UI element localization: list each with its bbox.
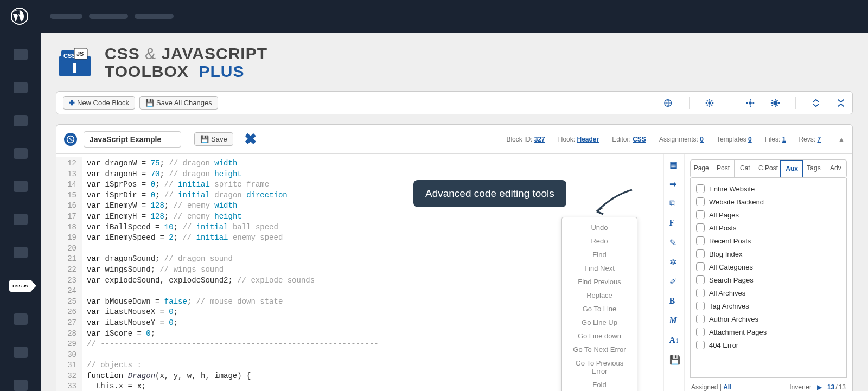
aux-item: Author Archives <box>696 312 841 325</box>
aux-item: All Archives <box>696 286 841 299</box>
layout-icon[interactable]: ▦ <box>669 159 679 169</box>
aux-checkbox[interactable] <box>696 315 705 323</box>
context-item[interactable]: Find <box>562 248 637 261</box>
context-item[interactable]: Go To Previous Error <box>562 356 637 378</box>
m-icon[interactable]: M <box>669 316 679 325</box>
aux-checkbox[interactable] <box>696 289 705 297</box>
context-item[interactable]: Go Line Up <box>562 316 637 329</box>
hook-link[interactable]: Header <box>577 136 599 143</box>
collapse-block-icon[interactable]: ▲ <box>838 136 845 143</box>
code-block: 💾 Save ✖ Block ID: 327 Hook: Header Edit… <box>56 124 853 391</box>
aux-checkbox[interactable] <box>696 223 705 232</box>
sidebar-item-cjt-active[interactable]: CSS JS <box>9 280 32 292</box>
svg-text:CSS: CSS <box>63 53 76 59</box>
main-toolbar: ✚ New Code Block 💾 Save All Changes <box>56 91 853 114</box>
block-id-link[interactable]: 327 <box>534 136 545 143</box>
block-status-icon[interactable] <box>64 133 77 146</box>
sidebar-item[interactable] <box>14 247 28 258</box>
font-icon[interactable]: F <box>669 218 679 228</box>
aux-checkbox[interactable] <box>696 249 705 258</box>
aux-label: Website Backend <box>709 198 764 206</box>
aux-item: Recent Posts <box>696 234 841 247</box>
expand-icon[interactable] <box>811 98 821 108</box>
svg-point-9 <box>749 101 751 104</box>
aux-checkbox[interactable] <box>696 210 705 219</box>
templates-link[interactable]: 0 <box>748 136 752 143</box>
plus-icon: ✚ <box>69 99 75 107</box>
block-header: 💾 Save ✖ Block ID: 327 Hook: Header Edit… <box>56 125 852 154</box>
aux-checkbox[interactable] <box>696 275 705 284</box>
context-item[interactable]: Go To Line <box>562 302 637 316</box>
aux-label: Attachment Pages <box>709 328 767 336</box>
copy-icon[interactable]: ⧉ <box>669 198 679 208</box>
aux-checkbox[interactable] <box>696 328 705 336</box>
tab-aux[interactable]: Aux <box>780 159 803 178</box>
wordpress-logo-icon[interactable] <box>11 8 28 25</box>
arrow-right-icon[interactable]: ➡ <box>669 179 679 189</box>
assignments-link[interactable]: 0 <box>700 136 704 143</box>
svg-rect-6 <box>73 63 76 73</box>
context-item[interactable]: Find Next <box>562 261 637 275</box>
save-icon[interactable]: 💾 <box>669 355 679 364</box>
app-logo-icon: CSSJS <box>56 46 94 79</box>
block-title-input[interactable] <box>84 131 181 148</box>
new-code-block-button[interactable]: ✚ New Code Block <box>63 96 135 110</box>
context-item[interactable]: Redo <box>562 234 637 248</box>
save-all-button[interactable]: 💾 Save All Changes <box>139 96 218 110</box>
sidebar-item[interactable] <box>14 380 28 391</box>
aux-checkbox[interactable] <box>696 184 705 193</box>
revs-link[interactable]: 7 <box>817 136 821 143</box>
context-item[interactable]: Undo <box>562 221 637 234</box>
context-item[interactable]: Go To Next Error <box>562 343 637 356</box>
editor-toolbar-vertical: ▦ ➡ ⧉ F ✎ ✲ ✐ B M A↕ 💾 <box>663 154 684 391</box>
sidebar-item[interactable] <box>14 181 28 192</box>
sidebar-item[interactable] <box>14 115 28 126</box>
aux-item: Attachment Pages <box>696 325 841 338</box>
sidebar-item[interactable] <box>14 148 28 159</box>
save-icon: 💾 <box>145 99 154 107</box>
gear-icon[interactable] <box>705 98 714 108</box>
edit-icon[interactable]: ✎ <box>669 238 679 247</box>
globe-icon[interactable] <box>664 98 674 108</box>
tab-cpost[interactable]: C.Post <box>756 160 781 177</box>
assigned-all-link[interactable]: All <box>723 383 731 391</box>
gear-icon[interactable] <box>745 98 755 108</box>
close-icon[interactable]: ✖ <box>244 130 257 148</box>
gear-large-icon[interactable] <box>770 98 780 108</box>
tab-cat[interactable]: Cat <box>735 160 756 177</box>
aux-checkbox[interactable] <box>696 197 705 206</box>
sidebar-item[interactable] <box>14 313 28 325</box>
aux-checkbox[interactable] <box>696 302 705 310</box>
tab-page[interactable]: Page <box>691 160 712 177</box>
sidebar-item[interactable] <box>14 82 28 93</box>
sidebar-item[interactable] <box>14 214 28 225</box>
assign-footer: Assigned | All Inverter ▶ 13 / 13 <box>690 378 847 391</box>
bold-icon[interactable]: B <box>669 296 679 306</box>
collapse-icon[interactable] <box>836 98 846 108</box>
aux-label: Recent Posts <box>709 237 751 245</box>
tab-tags[interactable]: Tags <box>803 160 825 177</box>
svg-text:JS: JS <box>76 50 84 57</box>
editor-link[interactable]: CSS <box>633 136 646 143</box>
tab-adv[interactable]: Adv <box>825 160 846 177</box>
context-item[interactable]: Fold <box>562 378 637 391</box>
tab-post[interactable]: Post <box>712 160 734 177</box>
aux-checkbox[interactable] <box>696 341 705 349</box>
play-icon[interactable]: ▶ <box>817 383 822 391</box>
files-link[interactable]: 1 <box>782 136 786 143</box>
callout-tooltip: Advanced code editing tools <box>413 180 566 207</box>
save-block-button[interactable]: 💾 Save <box>194 132 233 146</box>
aux-label: Tag Archives <box>709 302 749 310</box>
assign-tabs: PagePostCatC.PostAuxTagsAdv <box>690 159 847 178</box>
context-item[interactable]: Go Line down <box>562 329 637 343</box>
aux-checkbox[interactable] <box>696 262 705 271</box>
aux-checkbox[interactable] <box>696 236 705 245</box>
sidebar-item[interactable] <box>14 347 28 358</box>
context-item[interactable]: Replace <box>562 289 637 302</box>
context-item[interactable]: Find Previous <box>562 275 637 289</box>
sidebar-item[interactable] <box>14 49 28 60</box>
gear-icon[interactable]: ✲ <box>669 257 679 267</box>
brush-icon[interactable]: ✐ <box>669 277 679 286</box>
font-size-icon[interactable]: A↕ <box>669 335 679 345</box>
arrow-icon <box>591 187 635 220</box>
